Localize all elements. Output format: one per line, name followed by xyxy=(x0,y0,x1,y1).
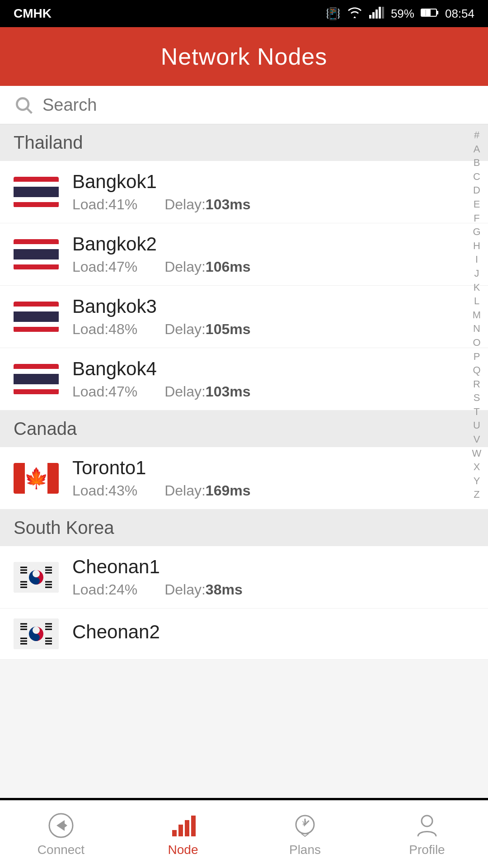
plans-icon: ¥ xyxy=(291,812,319,839)
search-input[interactable] xyxy=(42,95,474,115)
alpha-letter-H[interactable]: H xyxy=(473,240,480,253)
node-name: Bangkok3 xyxy=(72,296,474,317)
node-name: Bangkok2 xyxy=(72,233,474,255)
node-info: Bangkok2 Load:47% Delay:106ms xyxy=(72,233,474,275)
alpha-letter-W[interactable]: W xyxy=(472,447,482,460)
node-stats: Load:48% Delay:105ms xyxy=(72,321,474,338)
svg-line-10 xyxy=(27,108,32,113)
node-item-bangkok1[interactable]: Bangkok1 Load:41% Delay:103ms xyxy=(0,161,488,223)
node-item-cheonan1[interactable]: Cheonan1 Load:24% Delay:38ms xyxy=(0,546,488,609)
alpha-letter-J[interactable]: J xyxy=(474,267,479,280)
alpha-letter-E[interactable]: E xyxy=(474,198,480,211)
nav-item-plans[interactable]: ¥ Plans xyxy=(244,801,366,868)
nav-item-profile[interactable]: Profile xyxy=(366,801,488,868)
content-area: #ABCDEFGHIJKLMNOPQRSTUVWXYZ Thailand Ban… xyxy=(0,124,488,798)
node-info: Cheonan1 Load:24% Delay:38ms xyxy=(72,556,474,598)
node-stats: Load:43% Delay:169ms xyxy=(72,482,474,499)
alpha-letter-L[interactable]: L xyxy=(474,295,479,308)
svg-rect-43 xyxy=(191,816,196,836)
section-title: Canada xyxy=(14,419,77,439)
node-icon xyxy=(169,812,197,839)
node-load: Load:24% xyxy=(72,581,137,598)
alpha-letter-K[interactable]: K xyxy=(474,281,480,294)
node-name: Bangkok1 xyxy=(72,171,474,193)
node-load: Load:47% xyxy=(72,259,137,275)
alpha-letter-B[interactable]: B xyxy=(474,156,480,170)
alpha-letter-N[interactable]: N xyxy=(473,322,480,335)
alpha-letter-O[interactable]: O xyxy=(473,336,480,349)
delay-value: 106ms xyxy=(206,259,251,275)
node-name: Toronto1 xyxy=(72,457,474,479)
flag-thailand xyxy=(14,302,59,332)
status-icons: 📳 59% 08:54 xyxy=(326,5,474,22)
page-header: Network Nodes xyxy=(0,27,488,86)
node-info: Bangkok3 Load:48% Delay:105ms xyxy=(72,296,474,338)
alpha-letter-T[interactable]: T xyxy=(474,406,479,419)
flag-thailand xyxy=(14,364,59,395)
alpha-letter-Q[interactable]: Q xyxy=(473,364,480,377)
node-delay: Delay:105ms xyxy=(164,321,250,338)
alpha-letter-I[interactable]: I xyxy=(475,253,478,266)
bottom-nav: Connect Node ¥ Plans Profile xyxy=(0,800,488,868)
signal-icon xyxy=(369,6,385,22)
alpha-letter-R[interactable]: R xyxy=(473,378,480,391)
plans-nav-label: Plans xyxy=(289,843,321,857)
alphabet-index[interactable]: #ABCDEFGHIJKLMNOPQRSTUVWXYZ xyxy=(465,124,488,798)
node-stats: Load:47% Delay:106ms xyxy=(72,259,474,275)
node-name: Cheonan1 xyxy=(72,556,474,578)
svg-rect-42 xyxy=(185,820,189,836)
alpha-letter-M[interactable]: M xyxy=(473,309,481,322)
node-item-cheonan2[interactable]: Cheonan2 xyxy=(0,609,488,660)
alpha-letter-G[interactable]: G xyxy=(473,226,480,239)
alpha-letter-A[interactable]: A xyxy=(474,143,480,156)
node-name: Cheonan2 xyxy=(72,621,474,643)
svg-rect-41 xyxy=(178,825,183,836)
section-header: South Korea xyxy=(0,509,488,546)
section-south-korea: South Korea xyxy=(0,509,488,660)
node-delay: Delay:103ms xyxy=(164,383,250,400)
flag-thailand xyxy=(14,177,59,208)
delay-value: 105ms xyxy=(206,321,251,337)
node-item-bangkok3[interactable]: Bangkok3 Load:48% Delay:105ms xyxy=(0,286,488,348)
alpha-letter-Y[interactable]: Y xyxy=(474,475,480,488)
alpha-letter-C[interactable]: C xyxy=(473,170,480,184)
flag-korea xyxy=(14,618,59,649)
svg-rect-3 xyxy=(379,7,381,19)
alpha-letter-X[interactable]: X xyxy=(474,461,480,474)
flag-thailand xyxy=(14,239,59,270)
vibrate-icon: 📳 xyxy=(326,7,340,21)
alpha-letter-D[interactable]: D xyxy=(473,184,480,197)
svg-rect-4 xyxy=(382,7,384,19)
delay-value: 103ms xyxy=(206,196,251,212)
delay-value: 38ms xyxy=(206,581,243,598)
alpha-letter-#[interactable]: # xyxy=(474,129,479,142)
svg-rect-40 xyxy=(172,830,177,836)
node-load: Load:48% xyxy=(72,321,137,338)
node-item-bangkok4[interactable]: Bangkok4 Load:47% Delay:103ms xyxy=(0,348,488,410)
node-item-bangkok2[interactable]: Bangkok2 Load:47% Delay:106ms xyxy=(0,223,488,286)
node-load: Load:43% xyxy=(72,482,137,499)
nav-item-node[interactable]: Node xyxy=(122,801,244,868)
wifi-icon xyxy=(347,5,363,22)
search-bar[interactable] xyxy=(0,86,488,124)
node-delay: Delay:38ms xyxy=(164,581,243,598)
alpha-letter-P[interactable]: P xyxy=(474,350,480,363)
alpha-letter-Z[interactable]: Z xyxy=(474,488,479,501)
svg-rect-0 xyxy=(369,15,371,19)
delay-value: 103ms xyxy=(206,383,251,400)
section-title: Thailand xyxy=(14,132,83,152)
svg-rect-2 xyxy=(375,9,378,19)
search-icon xyxy=(14,95,33,115)
nav-item-connect[interactable]: Connect xyxy=(0,801,122,868)
alpha-letter-S[interactable]: S xyxy=(474,392,480,405)
node-stats: Load:47% Delay:103ms xyxy=(72,383,474,400)
section-header: Thailand xyxy=(0,124,488,161)
node-item-toronto1[interactable]: 🍁 Toronto1 Load:43% Delay:169ms xyxy=(0,447,488,509)
svg-point-9 xyxy=(17,98,28,110)
connect-nav-label: Connect xyxy=(38,843,84,857)
alpha-letter-V[interactable]: V xyxy=(474,433,480,446)
alpha-letter-F[interactable]: F xyxy=(474,212,479,225)
alpha-letter-U[interactable]: U xyxy=(473,419,480,432)
flag-canada: 🍁 xyxy=(14,463,59,494)
node-name: Bangkok4 xyxy=(72,358,474,380)
